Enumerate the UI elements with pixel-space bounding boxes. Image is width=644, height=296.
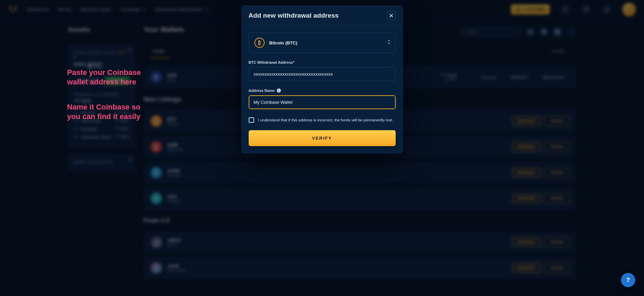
coin-select[interactable]: ₿ Bitcoin (BTC) [249,33,396,53]
close-icon [389,14,393,18]
add-withdrawal-address-modal: Add new withdrawal address ₿ Bitcoin (BT… [242,5,403,153]
info-icon[interactable]: i [277,88,281,93]
verify-button[interactable]: VERIFY [249,130,396,146]
confirm-checkbox[interactable] [249,117,254,123]
withdrawal-address-label: BTC Withdrawal Address* [249,60,396,64]
help-fab[interactable]: ? [621,273,635,287]
address-name-label: Address Name i [249,88,396,93]
coin-select-label: Bitcoin (BTC) [269,40,297,45]
select-caret-icon [387,40,391,46]
bitcoin-icon: ₿ [254,38,265,48]
address-name-input[interactable] [249,95,396,109]
withdrawal-address-input[interactable] [249,67,396,81]
modal-title: Add new withdrawal address [249,12,339,19]
confirm-disclaimer: I understand that if this address is inc… [258,118,393,122]
close-button[interactable] [387,11,396,20]
